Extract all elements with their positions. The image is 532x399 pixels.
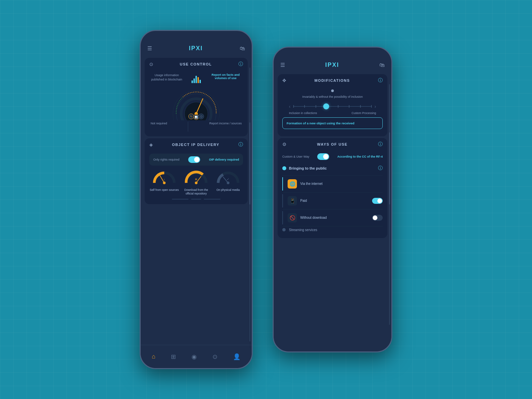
- oip-delivery-info[interactable]: ⓘ: [238, 142, 243, 148]
- menu-icon-right[interactable]: ☰: [280, 62, 285, 68]
- bringing-dot: [282, 166, 286, 170]
- cart-icon-right[interactable]: 🛍: [379, 62, 385, 68]
- nav-store-icon: ⊙: [212, 353, 217, 360]
- formation-text: Formation of a new object using the rece…: [287, 121, 378, 125]
- uc-bottom: Not required Report income / sources: [149, 122, 243, 132]
- modifications-body: Invariably & without the possibility of …: [278, 87, 387, 136]
- svg-text:⊕: ⊕: [195, 178, 198, 181]
- bringing-info[interactable]: ⓘ: [378, 165, 383, 171]
- nav-profile[interactable]: 👤: [233, 353, 240, 360]
- ways-of-use-body: Custom & User Way According to the CC of…: [278, 151, 387, 238]
- svg-text:↻: ↻: [190, 115, 193, 118]
- wou-item-label-paid: Paid: [300, 199, 369, 202]
- wou-item-icon-internet: 🌐: [288, 179, 297, 189]
- header-right: ☰ IPXI 🛍: [274, 58, 391, 72]
- phone-left: ☰ IPXI 🛍 ⊙ USE CONTROL ⓘ Usage informati…: [140, 30, 253, 369]
- use-control-section: ⊙ USE CONTROL ⓘ Usage information publis…: [145, 58, 248, 136]
- wou-item-label-internet: Via the internet: [300, 182, 383, 186]
- use-control-icon: ⊙: [149, 62, 153, 67]
- scroll-thumb-right[interactable]: [389, 132, 390, 204]
- wou-paid-toggle[interactable]: [372, 198, 383, 204]
- delivery-label-download: Download from the official repository: [181, 188, 211, 196]
- gauge-physical: ✓: [216, 170, 240, 186]
- header-left: ☰ IPXI 🛍: [141, 41, 252, 56]
- wou-item-paid: 📱 Paid: [282, 192, 383, 209]
- ways-of-use-icon: ⚙: [282, 142, 287, 147]
- mod-label-right: Custom Processing: [351, 111, 376, 115]
- ways-of-use-info[interactable]: ⓘ: [378, 141, 383, 147]
- slider-thumb-modifications[interactable]: [323, 103, 329, 109]
- modifications-header: ✥ MODIFICATIONS ⓘ: [278, 74, 387, 87]
- slider-arrow-right[interactable]: ›: [374, 104, 376, 109]
- wou-item-icon-no-download: 🚫: [288, 213, 297, 222]
- svg-text:ⓘ: ⓘ: [200, 115, 202, 118]
- nav-profile-icon: 👤: [233, 353, 240, 360]
- wou-toggle-switch[interactable]: [317, 153, 329, 160]
- delivery-item-download: ⊕ Download from the official repository: [181, 170, 211, 196]
- bar-mini-chart: [192, 73, 201, 83]
- menu-icon-left[interactable]: ☰: [147, 45, 152, 52]
- gauge-self: ↓: [153, 170, 176, 186]
- oip-delivery-title: OBJECT IP DELIVERY: [153, 143, 238, 147]
- svg-text:✓: ✓: [227, 178, 229, 181]
- scrollbar-right[interactable]: [389, 84, 390, 325]
- streaming-dot: [282, 228, 286, 231]
- use-control-info[interactable]: ⓘ: [238, 61, 243, 67]
- wou-toggle-right-label: According to the CC of the RF-4: [337, 155, 383, 158]
- uc-text-right: Report on facts and volumes of use: [208, 73, 243, 80]
- wou-items: 🌐 Via the internet 📱 Paid 🚫 With: [282, 175, 383, 233]
- nav-grid[interactable]: ⊞: [171, 353, 176, 360]
- gauge-container: ↻ 📊 ⓘ: [149, 87, 243, 120]
- scrollbar-left[interactable]: [249, 67, 250, 341]
- nav-fingerprint-icon: ◉: [192, 353, 197, 360]
- mod-label-left: Inclusion in collections: [289, 111, 317, 115]
- gauge-svg: ↻ 📊 ⓘ: [170, 87, 223, 120]
- oip-toggle-switch[interactable]: [188, 156, 200, 163]
- modifications-info[interactable]: ⓘ: [378, 77, 383, 83]
- ways-of-use-header: ⚙ WAYS OF USE ⓘ: [278, 138, 387, 151]
- bringing-row: Bringing to the public ⓘ: [282, 164, 383, 173]
- phone-right: ☰ IPXI 🛍 ✥ MODIFICATIONS ⓘ Invariably & …: [273, 47, 392, 352]
- oip-delivery-icon: ◈: [149, 142, 153, 147]
- logo-right: IPXI: [325, 62, 339, 68]
- delivery-label-self: Self from open sources: [150, 188, 179, 192]
- nav-grid-icon: ⊞: [171, 353, 176, 360]
- uc-label-report: Report income / sources: [209, 122, 242, 132]
- notch-left: [180, 31, 213, 38]
- streaming-row: Streaming services: [282, 226, 383, 233]
- mod-indicator-dot: [331, 89, 334, 92]
- wou-item-label-no-download: Without download: [300, 216, 369, 219]
- delivery-item-physical: ✓ On physical media: [213, 170, 243, 196]
- uc-text-left: Usage information published in blockchai…: [149, 73, 184, 81]
- scroll-thumb-left[interactable]: [249, 122, 250, 204]
- wou-no-download-toggle[interactable]: [372, 215, 383, 221]
- modifications-title: MODIFICATIONS: [286, 78, 378, 82]
- oip-delivery-header: ◈ OBJECT IP DELIVERY ⓘ: [145, 138, 248, 151]
- nav-home[interactable]: ⌂: [152, 353, 156, 360]
- mod-body-text: Invariably & without the possibility of …: [282, 95, 383, 99]
- oip-toggle-right-label: OIP delivery required: [209, 158, 239, 161]
- svg-text:↓: ↓: [164, 178, 165, 181]
- bottom-nav-left: ⌂ ⊞ ◉ ⊙ 👤: [141, 345, 252, 368]
- slider-arrow-left[interactable]: ‹: [289, 104, 291, 109]
- nav-home-icon: ⌂: [152, 353, 156, 360]
- nav-store[interactable]: ⊙: [212, 353, 217, 360]
- modifications-icon: ✥: [282, 78, 286, 83]
- uc-label-not-required: Not required: [151, 122, 167, 132]
- wou-item-internet: 🌐 Via the internet: [282, 175, 383, 192]
- streaming-label: Streaming services: [289, 228, 317, 232]
- use-control-header: ⊙ USE CONTROL ⓘ: [145, 58, 248, 70]
- logo-left: IPXI: [189, 45, 203, 52]
- delivery-item-self: ↓ Self from open sources: [149, 170, 179, 196]
- formation-box: Formation of a new object using the rece…: [282, 117, 383, 129]
- delivery-icons-row: ↓ Self from open sources ⊕ Dow: [149, 170, 243, 196]
- bringing-title: Bringing to the public: [289, 166, 378, 170]
- svg-text:📊: 📊: [195, 115, 198, 119]
- gauge-download: ⊕: [185, 170, 208, 186]
- ways-of-use-title: WAYS OF USE: [287, 142, 378, 146]
- nav-fingerprint[interactable]: ◉: [192, 353, 197, 360]
- use-control-title: USE CONTROL: [153, 62, 238, 66]
- notch-right: [316, 48, 349, 55]
- wou-item-icon-paid: 📱: [288, 196, 297, 205]
- cart-icon-left[interactable]: 🛍: [240, 46, 245, 52]
